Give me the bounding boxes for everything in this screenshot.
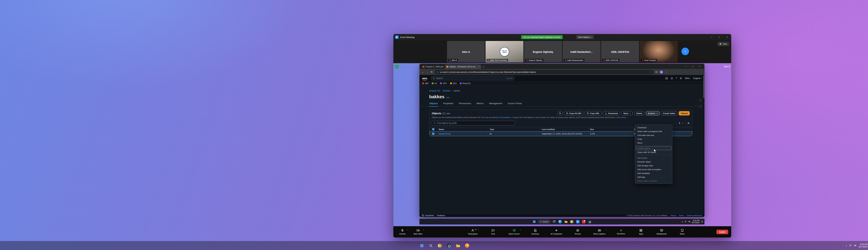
summary-button[interactable]: Summary: [530, 228, 541, 235]
tab-permissions[interactable]: Permissions: [459, 102, 471, 106]
objects-info-link[interactable]: Info: [446, 113, 450, 115]
extensions-icon[interactable]: [655, 71, 658, 73]
steam-icon[interactable]: [588, 220, 592, 224]
previous-page-icon[interactable]: ‹: [676, 122, 677, 124]
browser-close-button[interactable]: ×: [696, 64, 703, 69]
participant-tile-adil[interactable]: ADIL USUFZAI ADIL USUFZAI: [601, 41, 639, 62]
menu-item-download[interactable]: Download: [635, 126, 672, 129]
unmute-button[interactable]: Unmute ∧: [397, 228, 408, 235]
info-link[interactable]: Info: [446, 96, 449, 99]
start-button[interactable]: [532, 220, 536, 224]
wifi-icon[interactable]: [684, 221, 687, 223]
breadcrumb-amazon-s3[interactable]: Amazon S3: [429, 90, 440, 92]
select-all-checkbox[interactable]: ✓: [432, 128, 434, 130]
favorite-service-vpc[interactable]: VPC: [440, 82, 447, 84]
zoom-taskbar-icon[interactable]: [576, 220, 580, 224]
steam-icon[interactable]: [446, 242, 452, 249]
actions-dropdown-button[interactable]: Actions ▴: [646, 111, 659, 116]
notes-button[interactable]: Notes: [677, 228, 688, 235]
show-captions-button[interactable]: Show Captions ∧: [592, 228, 607, 235]
volume-icon[interactable]: [688, 221, 690, 223]
ai-companion-button[interactable]: AI Companion: [550, 228, 563, 235]
menu-item-edit-storage-class[interactable]: Edit storage class: [635, 164, 672, 167]
favorite-service-ec2[interactable]: EC2: [450, 82, 457, 84]
tab-management[interactable]: Management: [489, 102, 503, 106]
participant-tile-alex[interactable]: Alex A Alex A: [447, 41, 485, 62]
chevron-up-icon[interactable]: ∧: [520, 229, 521, 230]
file-explorer-icon[interactable]: [564, 220, 568, 224]
firefox-icon[interactable]: [464, 242, 470, 249]
browser-menu-icon[interactable]: ⋮: [665, 71, 668, 73]
minimize-button[interactable]: ─: [707, 34, 715, 40]
feedback-link[interactable]: Feedback: [437, 214, 445, 217]
menu-item-initiate-restore[interactable]: Initiate restore: [636, 146, 672, 150]
share-screen-button[interactable]: Share Screen ∧: [507, 228, 521, 235]
zoom-titlebar[interactable]: Zoom Meeting You are viewing Eugene Ogle…: [393, 34, 731, 40]
terms-link[interactable]: Terms: [679, 214, 684, 217]
whiteboards-button[interactable]: Whiteboards: [655, 228, 668, 235]
record-button[interactable]: Record: [572, 228, 583, 235]
favorite-service-iam[interactable]: IAM: [422, 82, 429, 84]
apps-button[interactable]: Apps: [636, 228, 647, 235]
profile-avatar[interactable]: E: [660, 70, 663, 74]
column-header-size[interactable]: Size: [588, 127, 632, 131]
menu-item-calculate-total-size[interactable]: Calculate total size: [635, 133, 672, 137]
cookie-preferences-link[interactable]: Cookie preferences: [686, 214, 702, 217]
notifications-bell-icon[interactable]: [671, 77, 673, 80]
row-checkbox[interactable]: ✓: [432, 133, 434, 135]
menu-item-share-presigned-url[interactable]: Share with a presigned URL: [635, 129, 672, 133]
page-number[interactable]: 1: [679, 122, 680, 124]
scrollbar-thumb[interactable]: [703, 75, 704, 98]
forward-button[interactable]: →: [426, 71, 429, 73]
settings-gear-icon[interactable]: [680, 77, 682, 80]
open-button[interactable]: Open ↗: [621, 111, 633, 116]
chevron-up-icon[interactable]: ∧: [407, 229, 408, 230]
create-folder-button[interactable]: Create folder: [661, 111, 677, 116]
menu-item-edit-metadata[interactable]: Edit metadata: [635, 171, 672, 175]
column-header-name[interactable]: Name: [437, 127, 488, 131]
reload-button[interactable]: ↻: [431, 71, 433, 73]
menu-item-rename-object[interactable]: Rename object: [635, 160, 672, 164]
back-button[interactable]: ←: [422, 71, 424, 73]
object-filter-input[interactable]: [437, 122, 513, 124]
browser-minimize-button[interactable]: ─: [682, 64, 689, 69]
side-panel-icon[interactable]: [699, 99, 702, 101]
tab-metrics[interactable]: Metrics: [476, 102, 484, 106]
favorite-service-route53[interactable]: Route 53: [460, 82, 470, 84]
participants-button[interactable]: 12 Participants ∧: [467, 228, 478, 235]
chevron-up-icon[interactable]: ∧: [478, 229, 479, 230]
delete-button[interactable]: Delete: [634, 111, 644, 116]
clock[interactable]: 8:32 PM 9/17/2024: [859, 243, 867, 248]
column-header-type[interactable]: Type: [488, 127, 540, 131]
file-explorer-icon[interactable]: [455, 242, 461, 249]
task-view-icon[interactable]: [552, 220, 556, 224]
notifications-bell-icon[interactable]: [701, 221, 703, 223]
pdf-app-icon[interactable]: [582, 220, 586, 224]
upload-button[interactable]: Upload: [679, 111, 690, 116]
console-search-input[interactable]: [436, 77, 505, 80]
menu-item-query-s3-select[interactable]: Query with S3 Select: [635, 150, 672, 154]
tab-objects[interactable]: Objects: [429, 102, 438, 106]
menu-item-copy[interactable]: Copy: [635, 137, 672, 141]
hidden-icons-chevron[interactable]: ∧: [682, 221, 683, 223]
start-video-button[interactable]: Start Video ∧: [412, 228, 424, 235]
side-panel-icon[interactable]: [699, 105, 702, 108]
browser-maximize-button[interactable]: □: [689, 64, 696, 69]
clock[interactable]: 8:32 PM 9/17/2024: [692, 219, 700, 224]
encryption-shield-icon[interactable]: ✓: [395, 65, 399, 68]
help-icon[interactable]: ?: [676, 77, 677, 80]
menu-item-edit-sse[interactable]: Edit server-side encryption: [635, 167, 672, 171]
leave-button[interactable]: Leave: [716, 230, 728, 234]
console-search-box[interactable]: [Alt+S]: [431, 76, 514, 81]
wifi-icon[interactable]: [849, 245, 852, 247]
chevron-up-icon[interactable]: ∧: [423, 229, 424, 230]
account-menu[interactable]: Eugene ▾: [693, 77, 702, 80]
address-bar[interactable]: us-east-2.console.aws.amazon.com/s3/buck…: [435, 70, 653, 74]
aws-logo[interactable]: aws: [422, 77, 427, 80]
object-filter-box[interactable]: [432, 121, 515, 125]
chrome-icon[interactable]: [437, 242, 443, 249]
table-preferences-gear-icon[interactable]: [687, 122, 690, 124]
copy-url-button[interactable]: Copy URL: [585, 111, 602, 116]
page-scrollbar[interactable]: [703, 75, 705, 214]
new-tab-button[interactable]: +: [481, 64, 486, 69]
